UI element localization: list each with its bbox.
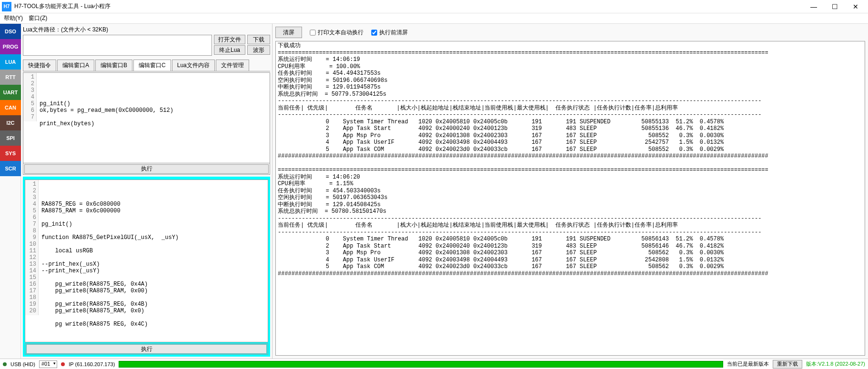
code-editor-bottom[interactable]: 1 2 3 4 5 6 7 8 9 10 11 12 13 14 15 16 1… <box>25 180 268 342</box>
download-button[interactable]: 下载 <box>247 35 270 44</box>
sidebar-rtt[interactable]: RTT <box>0 70 21 85</box>
minimize-button[interactable]: — <box>803 0 824 13</box>
usb-status-icon <box>3 362 7 366</box>
sidebar-spi[interactable]: SPI <box>0 130 21 146</box>
stop-lua-button[interactable]: 终止Lua <box>214 45 245 55</box>
window-title: H7-TOOL多功能开发工具 - Lua小程序 <box>14 2 803 10</box>
redownload-button[interactable]: 重新下载 <box>773 360 802 369</box>
version-label: 版本:V2.1.8 (2022-08-27) <box>806 360 865 368</box>
output-console[interactable]: 下载成功 ===================================… <box>275 41 865 356</box>
menu-window[interactable]: 窗口(Z) <box>29 14 47 22</box>
execute-bottom-button[interactable]: 执行 <box>26 344 267 354</box>
line-gutter-bottom: 1 2 3 4 5 6 7 8 9 10 11 12 13 14 15 16 1… <box>25 180 39 315</box>
ip-status-icon <box>61 362 65 366</box>
auto-wrap-checkbox[interactable] <box>310 30 315 35</box>
file-path-label: Lua文件路径：(文件大小 < 32KB) <box>23 26 270 34</box>
tab-lua-file-content[interactable]: Lua文件内容 <box>172 60 215 71</box>
sidebar-dso[interactable]: DSO <box>0 24 21 39</box>
maximize-button[interactable]: ☐ <box>824 0 845 13</box>
sidebar-lua[interactable]: LUA <box>0 54 21 70</box>
ip-status-label: IP (61.160.207.173) <box>69 361 115 367</box>
sidebar-prog[interactable]: PROG <box>0 39 21 54</box>
clear-before-exec-checkbox-label[interactable]: 执行前清屏 <box>371 29 408 37</box>
open-file-button[interactable]: 打开文件 <box>214 35 245 44</box>
sidebar-scr[interactable]: SCR <box>0 161 21 176</box>
sidebar-can[interactable]: CAN <box>0 100 21 115</box>
auto-wrap-label-text: 打印文本自动换行 <box>318 29 363 37</box>
file-path-input[interactable] <box>23 35 212 56</box>
clear-screen-button[interactable]: 清屏 <box>275 27 302 38</box>
code-text-bottom[interactable]: RA8875_REG = 0x6c080000 RA8875_RAM = 0x6… <box>40 200 268 329</box>
app-icon: H7 <box>2 2 11 11</box>
line-gutter-top: 1 2 3 4 5 6 7 <box>23 73 37 121</box>
sidebar-uart[interactable]: UART <box>0 85 21 100</box>
code-editor-top[interactable]: 1 2 3 4 5 6 7 pg_init() ok,bytes = pg_re… <box>23 72 270 163</box>
sidebar-sys[interactable]: SYS <box>0 146 21 161</box>
usb-status-label: USB (HID) <box>10 361 35 367</box>
auto-wrap-checkbox-label[interactable]: 打印文本自动换行 <box>310 29 363 37</box>
tab-file-manager[interactable]: 文件管理 <box>216 60 249 71</box>
latest-version-label: 当前已是最新版本 <box>727 360 769 368</box>
progress-bar <box>119 361 723 368</box>
execute-top-button[interactable]: 执行 <box>24 164 269 174</box>
waveform-button[interactable]: 波形 <box>247 45 270 55</box>
tab-edit-a[interactable]: 编辑窗口A <box>57 60 94 71</box>
tab-edit-c[interactable]: 编辑窗口C <box>133 60 171 71</box>
sidebar-i2c[interactable]: I2C <box>0 115 21 130</box>
clear-before-exec-checkbox[interactable] <box>371 30 377 35</box>
tab-quick-commands[interactable]: 快捷指令 <box>23 60 56 71</box>
menu-help[interactable]: 帮助(Y) <box>4 14 23 22</box>
tab-edit-b[interactable]: 编辑窗口B <box>95 60 132 71</box>
close-button[interactable]: ✕ <box>845 0 866 13</box>
device-index-combo[interactable]: #01 <box>39 360 57 368</box>
clear-before-exec-label-text: 执行前清屏 <box>379 29 408 37</box>
code-text-top[interactable]: pg_init() ok,bytes = pg_read_mem(0xC0000… <box>39 93 270 135</box>
